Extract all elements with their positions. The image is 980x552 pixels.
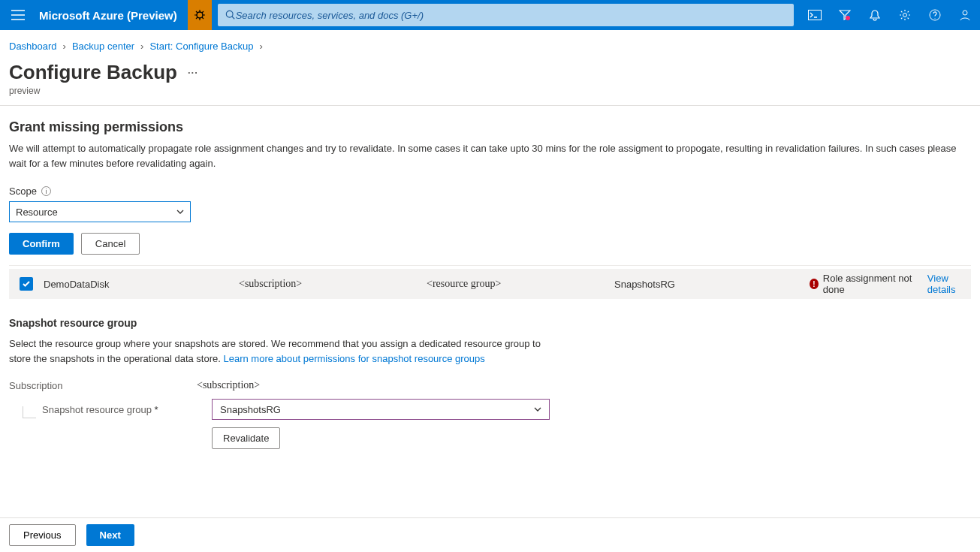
svg-rect-2	[809, 11, 822, 20]
cell-snapshot-rg: SnapshotsRG	[614, 279, 810, 290]
page-header: Configure Backup ··· preview	[0, 56, 980, 106]
previous-button[interactable]: Previous	[9, 524, 76, 546]
subscription-label: Subscription	[9, 380, 197, 391]
scope-select[interactable]: Resource	[9, 201, 191, 222]
breadcrumb: Dashboard › Backup center › Start: Confi…	[0, 30, 980, 56]
snapshot-rg-label: Snapshot resource group	[42, 404, 197, 415]
permissions-desc: We will attempt to automatically propaga…	[9, 141, 971, 170]
svg-point-4	[903, 14, 907, 17]
learn-more-link[interactable]: Learn more about permissions for snapsho…	[223, 353, 484, 364]
breadcrumb-backup-center[interactable]: Backup center	[72, 41, 134, 52]
snapshot-section: Snapshot resource group Select the resou…	[9, 317, 565, 449]
content-area: Grant missing permissions We will attemp…	[0, 106, 980, 449]
snapshot-rg-select[interactable]: SnapshotsRG	[212, 399, 550, 420]
view-details-link[interactable]: View details	[927, 273, 971, 295]
search-icon	[225, 10, 236, 20]
info-icon[interactable]: i	[41, 186, 51, 196]
svg-point-6	[963, 11, 967, 15]
cell-status: ! Role assignment not done View details	[810, 273, 971, 295]
chevron-down-icon	[176, 208, 184, 216]
cell-name: DemoDataDisk	[44, 279, 239, 290]
table-row[interactable]: DemoDataDisk <subscription> <resource gr…	[9, 269, 971, 299]
settings-icon[interactable]	[890, 0, 920, 30]
more-actions-button[interactable]: ···	[188, 67, 198, 78]
help-icon[interactable]	[920, 0, 950, 30]
confirm-button[interactable]: Confirm	[9, 233, 74, 255]
subscription-value: <subscription>	[197, 379, 260, 391]
hamburger-icon[interactable]	[0, 0, 36, 30]
resource-table: DemoDataDisk <subscription> <resource gr…	[9, 265, 971, 299]
snapshot-rg-value: SnapshotsRG	[220, 404, 281, 415]
cell-subscription: <subscription>	[239, 278, 427, 290]
cloud-shell-icon[interactable]	[800, 0, 830, 30]
scope-label-text: Scope	[9, 186, 37, 197]
tree-connector-icon	[23, 406, 36, 418]
global-search[interactable]	[218, 4, 794, 26]
page-title: Configure Backup	[9, 61, 177, 84]
footer-actions: Previous Next	[0, 517, 980, 552]
search-input[interactable]	[236, 10, 786, 21]
next-button[interactable]: Next	[86, 524, 134, 546]
snapshot-desc: Select the resource group where your sna…	[9, 336, 565, 366]
revalidate-button[interactable]: Revalidate	[212, 427, 280, 449]
chevron-down-icon	[534, 406, 541, 413]
page-subtitle: preview	[9, 86, 971, 96]
brand-label: Microsoft Azure (Preview)	[36, 9, 188, 22]
breadcrumb-start-configure[interactable]: Start: Configure Backup	[149, 41, 253, 52]
account-icon[interactable]	[950, 0, 980, 30]
permissions-title: Grant missing permissions	[9, 119, 971, 135]
chevron-right-icon: ›	[60, 41, 69, 52]
svg-point-3	[846, 16, 850, 20]
preview-bug-icon[interactable]	[188, 0, 212, 30]
breadcrumb-dashboard[interactable]: Dashboard	[9, 41, 57, 52]
row-checkbox[interactable]	[20, 277, 33, 291]
snapshot-title: Snapshot resource group	[9, 317, 565, 329]
top-icon-bar	[800, 0, 980, 30]
svg-point-0	[197, 12, 203, 18]
top-bar: Microsoft Azure (Preview)	[0, 0, 980, 30]
chevron-right-icon: ›	[256, 41, 265, 52]
chevron-right-icon: ›	[137, 41, 146, 52]
scope-label: Scope i	[9, 186, 971, 197]
cell-resource-group: <resource group>	[427, 278, 614, 290]
error-icon: !	[810, 279, 819, 289]
filter-icon[interactable]	[830, 0, 860, 30]
notifications-icon[interactable]	[860, 0, 890, 30]
cancel-button[interactable]: Cancel	[81, 233, 140, 255]
status-text: Role assignment not done	[823, 273, 918, 295]
scope-value: Resource	[16, 207, 58, 218]
